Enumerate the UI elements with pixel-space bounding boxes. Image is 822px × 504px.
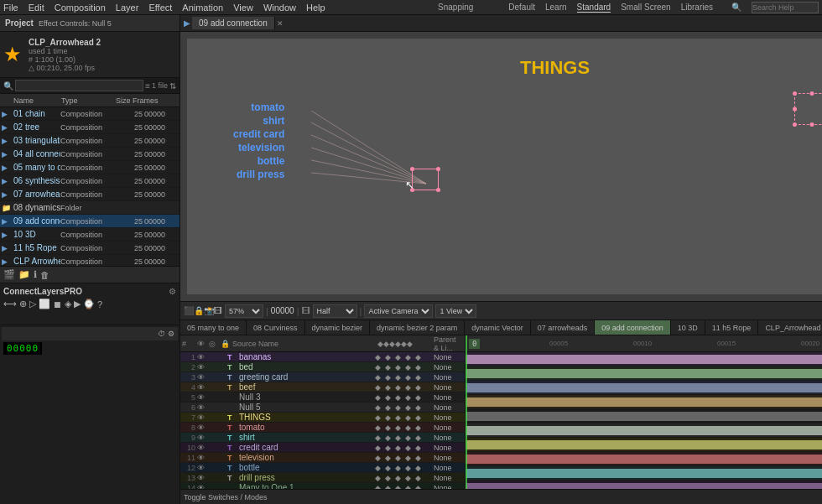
render-info-icon[interactable]: ⏱: [158, 330, 165, 338]
layer-row-7[interactable]: 7 👁 T THINGS ◆◆◆◆◆ None: [180, 413, 465, 423]
zoom-select[interactable]: 57%100%50%: [225, 304, 263, 318]
menu-help[interactable]: Help: [306, 3, 325, 13]
render-settings-icon[interactable]: ⚙: [168, 330, 174, 338]
comp-tabs: ▶ 09 add connection ✕: [180, 15, 822, 32]
layer-row-12[interactable]: 12 👁 T bottle ◆◆◆◆◆ None: [180, 463, 465, 473]
proj-row-07arrowheads[interactable]: ▶ 07 arrowheads Composition 25 00000: [0, 188, 179, 201]
connect-tool-help[interactable]: ?: [97, 299, 102, 309]
workspace-standard[interactable]: Standard: [577, 3, 611, 13]
menu-view[interactable]: View: [233, 3, 253, 13]
proj-row-04connections[interactable]: ▶ 04 all connections Composition 25 0000…: [0, 148, 179, 161]
proj-row-10-3d[interactable]: ▶ 10 3D Composition 25 00000: [0, 228, 179, 242]
connect-tool-1[interactable]: ⟷: [3, 299, 17, 309]
tl-tab-dynamic-bezier-2[interactable]: dynamic bezier 2 param: [370, 320, 465, 335]
project-sort-icon[interactable]: ⇅: [169, 81, 176, 91]
project-item-res: # 1:100 (1.00): [29, 55, 101, 64]
tool-new-comp[interactable]: 🎬: [3, 269, 15, 280]
layer-row-4[interactable]: 4 👁 T beef ◆◆◆◆◆ None: [180, 382, 465, 392]
layer-row-5[interactable]: 5 👁 Null 3 ◆◆◆◆◆ None: [180, 392, 465, 403]
layer-row-1[interactable]: 1 👁 T bananas ◆◆◆◆◆ None: [180, 352, 465, 362]
layer-row-14[interactable]: 14 👁 Many to One 1 ◆◆◆◆◆ None: [180, 483, 465, 489]
workspace-default[interactable]: Default: [508, 3, 535, 12]
track-7: [466, 438, 822, 452]
tl-tab-09addconn[interactable]: 09 add connection: [595, 320, 671, 335]
quality-select[interactable]: HalfFullQuarter: [313, 304, 357, 318]
menu-composition[interactable]: Composition: [55, 3, 106, 13]
proj-row-06synthesis[interactable]: ▶ 06 synthesis Composition 25 00000: [0, 174, 179, 188]
lh-name: Source Name: [232, 340, 376, 348]
layer-row-6[interactable]: 6 👁 Null 5 ◆◆◆◆◆ None: [180, 403, 465, 413]
col-name-header: Name: [13, 96, 61, 105]
connect-tool-4[interactable]: ⬜: [39, 299, 50, 309]
lh-parent: Parent & Li...: [434, 335, 463, 352]
layer-row-10[interactable]: 10 👁 T credit card ◆◆◆◆◆ None: [180, 443, 465, 453]
project-search-input[interactable]: [15, 80, 143, 91]
toggle-switches-label[interactable]: Toggle Switches / Modes: [184, 493, 268, 501]
project-count: 1 file: [152, 81, 168, 90]
col-type-header: Type: [61, 96, 116, 105]
menu-layer[interactable]: Layer: [116, 3, 139, 13]
connect-tool-3[interactable]: ▷: [29, 299, 36, 309]
layer-row-2[interactable]: 2 👁 T bed ◆◆◆◆◆ None: [180, 362, 465, 372]
layer-row-8[interactable]: 8 👁 T tomato ◆◆◆◆◆ None: [180, 423, 465, 433]
canvas-sep1: |: [266, 306, 268, 316]
tl-tab-05many[interactable]: 05 many to one: [180, 320, 247, 335]
proj-row-01chain[interactable]: ▶ 01 chain Composition 25 00000: [0, 107, 179, 121]
tl-tab-11h5rope[interactable]: 11 h5 Rope: [705, 320, 759, 335]
connect-tool-8[interactable]: ⌚: [83, 299, 95, 309]
canvas-sep2: |: [297, 306, 299, 316]
connect-tool-6[interactable]: ◈: [65, 299, 71, 309]
proj-row-02tree[interactable]: ▶ 02 tree Composition 25 00000: [0, 121, 179, 134]
connect-tool-5[interactable]: ⏹: [53, 299, 62, 309]
tool-folder[interactable]: 📁: [18, 269, 30, 280]
search-input[interactable]: [752, 2, 819, 13]
workspace-learn[interactable]: Learn: [545, 3, 567, 12]
word-television: television: [233, 142, 284, 153]
ruler-mark-3: 00015: [717, 340, 736, 347]
tl-tab-clparrowhead[interactable]: CLP_Arrowhead: [758, 320, 822, 335]
menu-file[interactable]: File: [3, 3, 18, 13]
lh-switches: ◆◆◆◆◆◆: [377, 340, 432, 348]
layer-row-13[interactable]: 13 👁 T drill press ◆◆◆◆◆ None: [180, 473, 465, 483]
track-6: [466, 423, 822, 438]
connect-tool-2[interactable]: ⊕: [19, 299, 27, 309]
tool-item-props[interactable]: ℹ: [34, 269, 37, 280]
proj-row-05many[interactable]: ▶ 05 many to one Composition 25 00000: [0, 161, 179, 174]
layer-row-11[interactable]: 11 👁 T television ◆◆◆◆◆ None: [180, 453, 465, 463]
tl-tab-10-3d[interactable]: 10 3D: [671, 320, 705, 335]
tl-tab-08curviness[interactable]: 08 Curviness: [247, 320, 305, 335]
menu-animation[interactable]: Animation: [182, 3, 223, 13]
comp-tab-label[interactable]: 09 add connection: [192, 17, 275, 29]
proj-row-11h5rope[interactable]: ▶ 11 h5 Rope Composition 25 00000: [0, 242, 179, 255]
project-selected-item: ★ CLP_Arrowhead 2 used 1 time # 1:100 (1…: [0, 32, 179, 78]
timeline-ruler: 0 00005 00010 00015 00020 00025: [466, 335, 822, 352]
track-3: [466, 381, 822, 395]
proj-row-08dynamics[interactable]: 📁 08 dynamics Folder: [0, 201, 179, 215]
tool-delete[interactable]: 🗑: [40, 270, 49, 280]
layer-row-3[interactable]: 3 👁 T greeting card ◆◆◆◆◆ None: [180, 372, 465, 382]
canvas-area[interactable]: THINGS tomato shirt credit card televisi…: [180, 32, 822, 320]
workspace-libraries[interactable]: Libraries: [681, 3, 713, 12]
canvas-time-display: 00000: [271, 306, 294, 315]
menu-effect[interactable]: Effect: [148, 3, 172, 13]
project-list: ▶ 01 chain Composition 25 00000 ▶ 02 tre…: [0, 107, 179, 266]
project-filter-icon[interactable]: ≡: [145, 81, 150, 91]
comp-tab-close[interactable]: ✕: [277, 19, 284, 28]
tl-tab-dynamic-vector[interactable]: dynamic Vector: [465, 320, 531, 335]
connect-tool-7[interactable]: ▶: [74, 299, 81, 309]
proj-row-clparrowhead[interactable]: ▶ CLP Arrowhead Composition 25 00000: [0, 255, 179, 266]
layer-row-9[interactable]: 9 👁 T shirt ◆◆◆◆◆ None: [180, 433, 465, 443]
tl-tab-07arrowheads[interactable]: 07 arrowheads: [531, 320, 596, 335]
tl-tab-dynamic-bezier[interactable]: dynamic bezier: [305, 320, 371, 335]
view-select[interactable]: 1 View: [435, 304, 476, 318]
workspace-small-screen[interactable]: Small Screen: [621, 3, 670, 12]
word-drill-press: drill press: [233, 169, 284, 180]
project-panel: Project Effect Controls: Null 5 ★ CLP_Ar…: [0, 15, 179, 267]
menu-window[interactable]: Window: [263, 3, 296, 13]
camera-select[interactable]: Active Camera: [364, 304, 433, 318]
menu-edit[interactable]: Edit: [29, 3, 44, 13]
timeline-main: # 👁 ◎ 🔒 Source Name ◆◆◆◆◆◆ Parent & Li..…: [180, 335, 822, 489]
ruler-mark-1: 00005: [549, 340, 568, 347]
proj-row-03triangulation[interactable]: ▶ 03 triangulation Composition 25 00000: [0, 134, 179, 148]
proj-row-09addconn[interactable]: ▶ 09 add connection Composition 25 00000: [0, 215, 179, 228]
